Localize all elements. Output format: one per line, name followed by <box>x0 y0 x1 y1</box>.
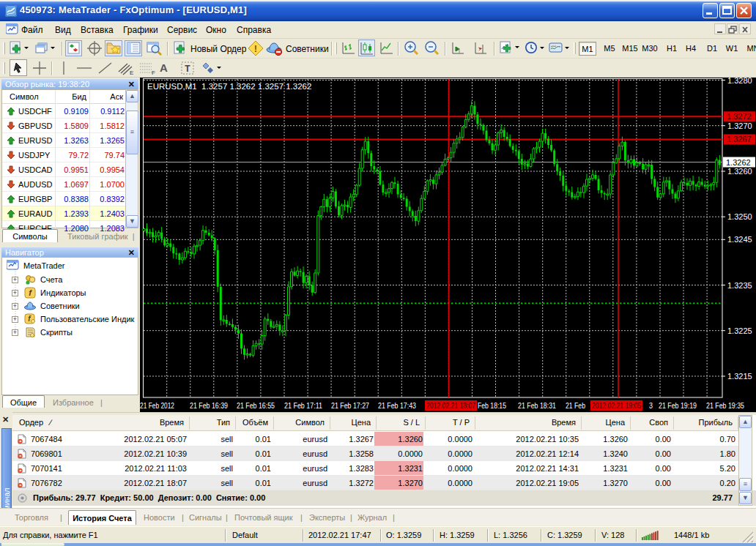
svg-text:1.3262: 1.3262 <box>726 158 751 167</box>
svg-text:21 Feb 17:43: 21 Feb 17:43 <box>378 401 416 410</box>
svg-text:3: 3 <box>649 401 653 410</box>
svg-text:1.3280: 1.3280 <box>727 78 752 85</box>
svg-text:21 Feb 18:31: 21 Feb 18:31 <box>518 401 556 410</box>
svg-text:21 Feb 19:19: 21 Feb 19:19 <box>659 401 697 410</box>
svg-text:2012.02.21 18:07: 2012.02.21 18:07 <box>426 401 475 410</box>
svg-text:1.3235: 1.3235 <box>727 281 752 290</box>
svg-text:1.3215: 1.3215 <box>727 372 752 381</box>
svg-text:21 Feb 2012: 21 Feb 2012 <box>140 401 174 410</box>
svg-text:1.3267: 1.3267 <box>727 135 752 143</box>
svg-text:EURUSD,M1 1.3257 1.3262 1.325: EURUSD,M1 1.3257 1.3262 1.3257 1.3262 <box>147 82 311 91</box>
svg-text:Feb 18:15: Feb 18:15 <box>478 401 506 410</box>
svg-text:21 Feb 17:11: 21 Feb 17:11 <box>284 401 322 410</box>
svg-text:T: T <box>185 64 190 74</box>
svg-text:21 Feb 16:55: 21 Feb 16:55 <box>237 401 275 410</box>
svg-text:1.3225: 1.3225 <box>727 326 752 335</box>
svg-text:21 Feb: 21 Feb <box>566 401 585 410</box>
svg-text:F: F <box>152 70 155 76</box>
svg-text:21 Feb 17:27: 21 Feb 17:27 <box>331 401 369 410</box>
svg-text:2012.02.21 19:05: 2012.02.21 19:05 <box>592 401 641 410</box>
svg-text:1.3250: 1.3250 <box>727 212 752 221</box>
svg-text:E: E <box>130 70 133 76</box>
svg-text:!: ! <box>254 43 257 54</box>
svg-text:21 Feb 19:35: 21 Feb 19:35 <box>706 401 744 410</box>
svg-text:1.3245: 1.3245 <box>727 235 752 244</box>
svg-text:1.3270: 1.3270 <box>727 121 752 130</box>
svg-text:1.3260: 1.3260 <box>727 167 752 176</box>
svg-text:1.3272: 1.3272 <box>727 112 752 121</box>
svg-text:21 Feb 16:39: 21 Feb 16:39 <box>190 401 228 410</box>
